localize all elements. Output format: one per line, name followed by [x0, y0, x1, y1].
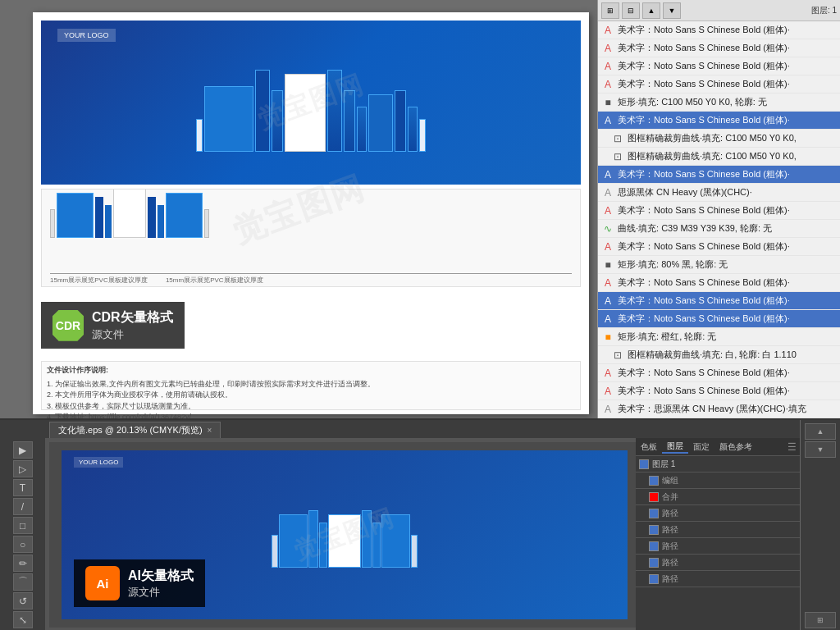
layer-icon-15: A: [601, 276, 614, 290]
layer-icon-10: A: [601, 186, 614, 199]
layer-item-18[interactable]: ■ 矩形·填充: 橙红, 轮廓: 无: [598, 328, 840, 346]
layer-icon-18: ■: [601, 331, 614, 344]
layer-item-14[interactable]: ■ 矩形·填充: 80% 黑, 轮廓: 无: [598, 256, 840, 274]
tab-align[interactable]: 面定: [688, 441, 714, 453]
layer-item-9[interactable]: A 美术字：Noto Sans S Chinese Bold (粗体)·: [598, 166, 840, 184]
toolbar-btn-4[interactable]: ▼: [663, 2, 681, 19]
booth-panel-3: [255, 70, 270, 152]
cdr-icon: CDR: [52, 310, 84, 341]
ellipse-tool[interactable]: ○: [13, 536, 33, 553]
ai-layer-swatch-6: [649, 541, 659, 551]
ai-right-btn-3[interactable]: ⊞: [805, 612, 836, 628]
layer-icon-17: A: [601, 313, 614, 326]
layer-item-21[interactable]: A 美术字：Noto Sans S Chinese Bold (粗体)·: [598, 382, 840, 400]
ai-layer-3[interactable]: 合并: [636, 489, 800, 505]
rect-tool[interactable]: □: [13, 517, 33, 534]
dp-2: [57, 193, 94, 238]
panel-toolbar: ⊞ ⊟ ▲ ▼ 图层: 1: [598, 0, 840, 21]
line-tool[interactable]: /: [13, 498, 33, 515]
layer-icon-5: ■: [601, 96, 614, 109]
layer-item-2[interactable]: A 美术字：Noto Sans S Chinese Bold (粗体)·: [598, 39, 840, 57]
ai-layer-swatch-3: [649, 492, 659, 502]
ai-active-tab[interactable]: 文化墙.eps @ 20.13% (CMYK/预览) ×: [49, 422, 221, 438]
layer-item-7[interactable]: ⊡ 图框精确裁剪曲线·填充: C100 M50 Y0 K0,: [598, 130, 840, 148]
tab-color-ref[interactable]: 颜色参考: [714, 441, 757, 453]
ai-p8: [381, 514, 410, 568]
ai-workspace: YOUR LOGO 觉宝图网 Ai AI矢量格式 源文件: [49, 442, 636, 628]
layer-item-5[interactable]: ■ 矩形·填充: C100 M50 Y0 K0, 轮廓: 无: [598, 94, 840, 112]
panel-menu-btn[interactable]: ☰: [784, 441, 800, 453]
layer-item-1[interactable]: A 美术字：Noto Sans S Chinese Bold (粗体)·: [598, 21, 840, 39]
exhibit-booth: [196, 53, 426, 152]
ai-layers-list[interactable]: 图层 1 编组 合并 路径: [636, 456, 800, 630]
dp-main: [113, 189, 146, 238]
ai-p3: [308, 510, 318, 568]
scale-tool[interactable]: ⤡: [13, 611, 33, 628]
cdr-diagram: 15mm展示展览PVC展板建议厚度 15mm展示展览PVC展板建议厚度: [41, 189, 581, 287]
layer-item-8[interactable]: ⊡ 图框精确裁剪曲线·填充: C100 M50 Y0 K0,: [598, 148, 840, 166]
ai-layer-label-1: 图层 1: [652, 459, 675, 470]
ai-right-btn-2[interactable]: ▼: [805, 441, 836, 458]
layer-item-22[interactable]: A 美术字：思源黑体 CN Heavy (黑体)(CHC)·填充: [598, 400, 840, 418]
ai-panel-tabs: 色板 图层 面定 颜色参考 ☰: [636, 438, 800, 456]
layer-item-20[interactable]: A 美术字：Noto Sans S Chinese Bold (粗体)·: [598, 364, 840, 382]
brush-tool[interactable]: ⌒: [13, 573, 33, 591]
layer-item-16[interactable]: A 美术字：Noto Sans S Chinese Bold (粗体)·: [598, 292, 840, 310]
layer-item-17[interactable]: A 美术字：Noto Sans S Chinese Bold (粗体)·: [598, 310, 840, 328]
ai-layer-5[interactable]: 路径: [636, 522, 800, 538]
layer-icon-13: A: [601, 240, 614, 253]
layer-icon-11: A: [601, 204, 614, 217]
tab-close-btn[interactable]: ×: [208, 426, 212, 435]
ai-layer-label-7: 路径: [662, 557, 678, 568]
ai-layer-4[interactable]: 路径: [636, 505, 800, 522]
toolbar-btn-1[interactable]: ⊞: [601, 2, 619, 19]
toolbar-btn-3[interactable]: ▲: [642, 2, 660, 19]
ai-p5: [328, 514, 361, 568]
notes-title: 文件设计作序说明:: [47, 365, 575, 377]
select-tool[interactable]: ▶: [13, 441, 33, 459]
rotate-tool[interactable]: ↺: [13, 592, 33, 609]
layer-item-6[interactable]: A 美术字：Noto Sans S Chinese Bold (粗体)·: [598, 112, 840, 130]
layer-item-15[interactable]: A 美术字：Noto Sans S Chinese Bold (粗体)·: [598, 274, 840, 292]
ai-layer-label-4: 路径: [662, 508, 678, 519]
layer-list[interactable]: A 美术字：Noto Sans S Chinese Bold (粗体)· A 美…: [598, 21, 840, 418]
layer-item-11[interactable]: A 美术字：Noto Sans S Chinese Bold (粗体)·: [598, 202, 840, 220]
note-1: 1. 为保证输出效果,文件内所有图文元素均已转曲处理，印刷时请按照实际需求对文件…: [47, 379, 575, 390]
ai-badge: Ai AI矢量格式 源文件: [74, 559, 205, 607]
tab-layers[interactable]: 图层: [662, 441, 688, 454]
dimension-line: 15mm展示展览PVC展板建议厚度 15mm展示展览PVC展板建议厚度: [50, 273, 572, 285]
ai-main-text: AI矢量格式: [128, 568, 194, 585]
direct-select-tool[interactable]: ▷: [13, 460, 33, 477]
pencil-tool[interactable]: ✏: [13, 555, 33, 572]
layer-item-19[interactable]: ⊡ 图框精确裁剪曲线·填充: 白, 轮廓: 白 1.110: [598, 346, 840, 364]
layer-item-4[interactable]: A 美术字：Noto Sans S Chinese Bold (粗体)·: [598, 75, 840, 94]
ai-layer-7[interactable]: 路径: [636, 555, 800, 571]
layer-icon-14: ■: [601, 258, 614, 272]
panel-title-label: 图层: 1: [811, 5, 837, 16]
toolbar-btn-2[interactable]: ⊟: [622, 2, 640, 19]
cdr-sub-text: 源文件: [92, 327, 173, 342]
layer-item-3[interactable]: A 美术字：Noto Sans S Chinese Bold (粗体)·: [598, 57, 840, 75]
layer-item-13[interactable]: A 美术字：Noto Sans S Chinese Bold (粗体)·: [598, 238, 840, 256]
dp-1: [50, 209, 55, 238]
layer-icon-6: A: [601, 114, 614, 127]
ai-layer-label-2: 编组: [662, 475, 678, 486]
ai-toolbox: ▶ ▷ T / □ ○ ✏ ⌒ ↺ ⤡: [0, 438, 45, 630]
ai-logo: YOUR LOGO: [74, 457, 123, 468]
ai-layer-1[interactable]: 图层 1: [636, 456, 800, 472]
type-tool[interactable]: T: [13, 479, 33, 496]
layer-icon-22: A: [601, 403, 614, 416]
booth-panel-4: [272, 90, 283, 152]
booth-panel-2: [204, 86, 253, 152]
ai-right-btn-1[interactable]: ▲: [805, 423, 836, 440]
note-3: 3. 模板仅供参考，实际尺寸以现场测量为准。: [47, 401, 575, 413]
cdr-section: YOUR LOGO 觉宝图网: [0, 0, 840, 418]
layer-icon-8: ⊡: [611, 150, 624, 163]
tab-color-swatch[interactable]: 色板: [636, 441, 662, 453]
layer-item-12[interactable]: ∿ 曲线·填充: C39 M39 Y39 K39, 轮廓: 无: [598, 220, 840, 238]
layer-item-10[interactable]: A 思源黑体 CN Heavy (黑体)(CHC)·: [598, 184, 840, 202]
ai-layer-8[interactable]: 路径: [636, 571, 800, 587]
ai-far-right-panel: ▲ ▼ ⊞: [800, 420, 840, 630]
ai-layer-6[interactable]: 路径: [636, 538, 800, 555]
ai-layer-2[interactable]: 编组: [636, 472, 800, 489]
